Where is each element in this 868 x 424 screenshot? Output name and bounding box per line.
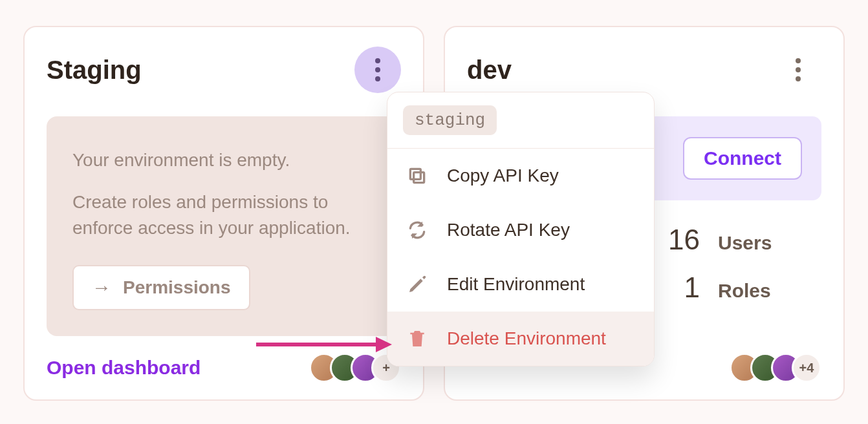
empty-state-text: Your environment is empty. Create roles … xyxy=(72,147,375,242)
env-context-menu: staging Copy API Key Rotate API Key Edit… xyxy=(387,92,655,366)
card-footer: Open dashboard + xyxy=(47,337,401,383)
svg-point-4 xyxy=(796,67,801,72)
card-header: Staging xyxy=(47,47,401,93)
card-title: dev xyxy=(467,56,512,85)
connect-button[interactable]: Connect xyxy=(683,137,802,180)
env-menu-button[interactable] xyxy=(354,47,401,93)
menu-item-copy-api-key[interactable]: Copy API Key xyxy=(387,149,654,203)
permissions-label: Permissions xyxy=(123,277,231,298)
menu-item-label: Copy API Key xyxy=(447,165,559,186)
permissions-button[interactable]: → Permissions xyxy=(72,265,250,310)
env-card-staging: Staging Your environment is empty. Creat… xyxy=(23,26,424,401)
svg-rect-6 xyxy=(414,173,424,183)
menu-item-label: Rotate API Key xyxy=(447,220,570,240)
empty-line-2: Create roles and permissions to enforce … xyxy=(72,189,375,242)
svg-point-0 xyxy=(375,58,380,63)
svg-point-2 xyxy=(375,76,380,81)
menu-item-label: Edit Environment xyxy=(447,274,585,295)
empty-state-panel: Your environment is empty. Create roles … xyxy=(47,116,401,336)
empty-line-1: Your environment is empty. xyxy=(72,147,375,174)
env-menu-button[interactable] xyxy=(775,47,821,93)
menu-item-rotate-api-key[interactable]: Rotate API Key xyxy=(387,203,654,257)
copy-icon xyxy=(406,164,429,187)
env-name-pill: staging xyxy=(403,105,497,135)
kebab-icon xyxy=(375,58,380,81)
dropdown-header: staging xyxy=(387,92,654,149)
stat-row-users: 16 Users xyxy=(661,224,821,256)
svg-point-1 xyxy=(375,67,380,72)
avatar-overflow: +4 xyxy=(792,353,821,383)
stat-value: 1 xyxy=(661,271,700,304)
menu-item-label: Delete Environment xyxy=(447,328,606,349)
card-header: dev xyxy=(467,47,821,93)
kebab-icon xyxy=(796,58,801,81)
arrow-right-icon: → xyxy=(92,277,111,299)
menu-item-delete-environment[interactable]: Delete Environment xyxy=(387,312,654,366)
stat-row-roles: 1 Roles xyxy=(661,271,821,304)
stat-label: Users xyxy=(718,232,772,254)
svg-rect-7 xyxy=(410,169,420,179)
svg-point-5 xyxy=(796,76,801,81)
rotate-icon xyxy=(406,218,429,242)
open-dashboard-link[interactable]: Open dashboard xyxy=(47,357,201,379)
stat-label: Roles xyxy=(718,280,771,302)
pencil-icon xyxy=(406,273,429,296)
member-avatars[interactable]: +4 xyxy=(730,353,821,383)
stat-value: 16 xyxy=(661,224,700,256)
menu-item-edit-environment[interactable]: Edit Environment xyxy=(387,257,654,312)
svg-point-3 xyxy=(796,58,801,63)
card-title: Staging xyxy=(47,56,142,85)
trash-icon xyxy=(406,327,429,350)
